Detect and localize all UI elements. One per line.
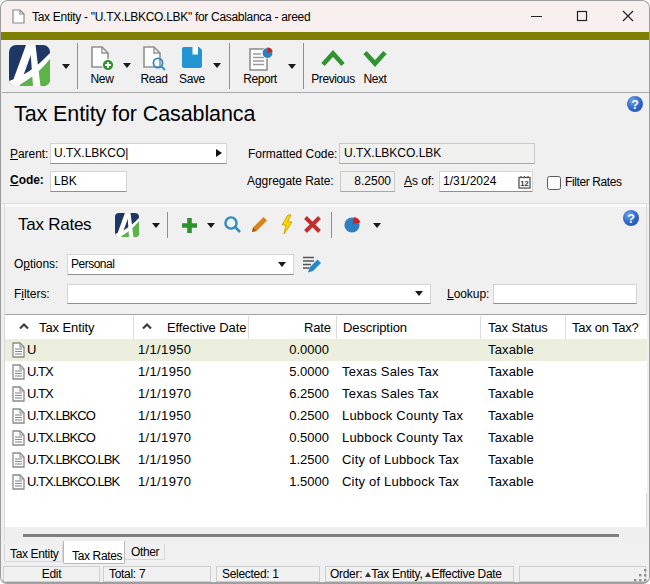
svg-text:?: ? [631, 98, 639, 112]
svg-text:12: 12 [520, 179, 528, 188]
